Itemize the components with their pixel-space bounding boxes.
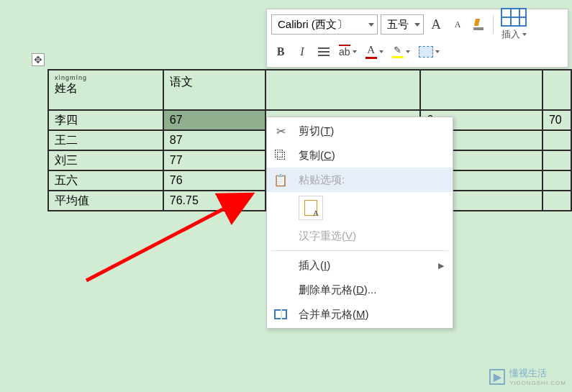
font-size-value: 五号	[387, 18, 409, 32]
menu-insert[interactable]: 插入(I) ▶	[267, 253, 453, 278]
cell[interactable]: 五六	[48, 170, 163, 191]
cell[interactable]	[543, 170, 571, 191]
insert-table-button[interactable]: 插入	[501, 8, 527, 41]
chevron-down-icon	[435, 50, 440, 53]
header-col-c[interactable]	[420, 70, 543, 110]
selection-button[interactable]	[416, 42, 442, 62]
move-icon: ✥	[34, 54, 42, 65]
strike-icon: ab	[339, 46, 350, 58]
grow-font-icon: A	[431, 17, 441, 32]
table-move-handle[interactable]: ✥	[32, 53, 45, 66]
watermark-logo-icon: ▶	[489, 369, 505, 385]
font-color-icon: A	[366, 45, 377, 59]
highlight-icon: ✎	[392, 45, 404, 58]
align-icon	[318, 47, 330, 56]
chevron-down-icon	[522, 33, 527, 36]
toolbar-row-2: B I ab A ✎	[271, 40, 563, 64]
header-col-a[interactable]: 语文	[163, 70, 265, 110]
menu-label: 合并单元格(M)	[299, 308, 444, 322]
scissors-icon: ✂	[273, 124, 289, 138]
shrink-font-button[interactable]: A	[448, 14, 467, 35]
paste-keep-text-button[interactable]	[299, 196, 323, 220]
cell[interactable]: 77	[163, 150, 265, 170]
chevron-down-icon	[414, 23, 420, 27]
cell[interactable]	[543, 130, 571, 150]
cell[interactable]: 王二	[48, 130, 163, 150]
font-name-dropdown[interactable]: Calibri (西文〕	[271, 14, 378, 35]
bold-button[interactable]: B	[271, 42, 290, 62]
cell[interactable]: 刘三	[48, 150, 163, 170]
mini-toolbar: Calibri (西文〕 五号 A A 插入 B I	[266, 9, 568, 68]
font-size-dropdown[interactable]: 五号	[381, 14, 424, 35]
cell[interactable]: 70	[543, 110, 571, 130]
shrink-font-icon: A	[455, 19, 461, 30]
submenu-arrow-icon: ▶	[438, 261, 444, 270]
cell[interactable]: 平均值	[48, 191, 163, 211]
cell[interactable]	[543, 150, 571, 170]
menu-label: 复制(C)	[299, 149, 444, 163]
cell-selected[interactable]: 67	[163, 110, 265, 130]
clipboard-icon: 📋	[273, 173, 289, 187]
font-name-value: Calibri (西文〕	[278, 18, 348, 32]
menu-label: 粘贴选项:	[299, 173, 444, 187]
header-name[interactable]: xìngmíng 姓名	[48, 70, 163, 110]
merge-cells-icon	[273, 309, 289, 319]
cell[interactable]: 76.75	[163, 191, 265, 211]
strikethrough-button[interactable]: ab	[336, 42, 360, 62]
context-menu: ✂ 剪切(T) ⿻ 复制(C) 📋 粘贴选项: 汉字重选(V) 插入(I) ▶ …	[266, 117, 453, 329]
menu-label: 剪切(T)	[299, 124, 444, 138]
menu-label: 插入(I)	[299, 259, 428, 273]
cell[interactable]: 李四	[48, 110, 163, 130]
header-col-d[interactable]	[543, 70, 571, 110]
selection-icon	[419, 46, 433, 58]
watermark: ▶ 懂视生活 YIDONGSHI.COM	[489, 367, 566, 386]
menu-copy[interactable]: ⿻ 复制(C)	[267, 143, 453, 168]
paintbrush-icon	[473, 19, 485, 30]
header-col-b[interactable]	[265, 70, 421, 110]
separator	[271, 250, 448, 251]
paste-options-row	[267, 192, 453, 224]
cell[interactable]: 76	[163, 170, 265, 191]
italic-button[interactable]: I	[293, 42, 312, 62]
chevron-down-icon	[368, 23, 374, 27]
chevron-down-icon	[379, 50, 383, 53]
copy-icon: ⿻	[273, 149, 289, 162]
grow-font-button[interactable]: A	[427, 14, 445, 35]
name-ruby: xìngmíng	[55, 75, 157, 81]
format-painter-button[interactable]	[470, 14, 489, 35]
menu-reconvert[interactable]: 汉字重选(V)	[267, 224, 453, 248]
menu-paste-options[interactable]: 📋 粘贴选项:	[267, 168, 453, 192]
menu-label: 删除单元格(D)...	[299, 283, 444, 297]
toolbar-row-1: Calibri (西文〕 五号 A A 插入	[271, 12, 563, 37]
divider	[493, 15, 494, 34]
menu-cut[interactable]: ✂ 剪切(T)	[267, 119, 453, 143]
cell[interactable]: 87	[163, 130, 265, 150]
watermark-text: 懂视生活 YIDONGSHI.COM	[509, 367, 566, 386]
menu-delete-cells[interactable]: 删除单元格(D)...	[267, 278, 453, 302]
menu-merge-cells[interactable]: 合并单元格(M)	[267, 302, 453, 327]
font-color-button[interactable]: A	[363, 42, 386, 62]
chevron-down-icon	[353, 50, 357, 53]
table-grid-icon	[501, 8, 527, 27]
table-header-row: xìngmíng 姓名 语文	[48, 70, 571, 110]
menu-label: 汉字重选(V)	[299, 229, 444, 243]
highlight-button[interactable]: ✎	[389, 42, 413, 62]
cell[interactable]	[543, 191, 571, 211]
align-button[interactable]	[314, 42, 333, 62]
chevron-down-icon	[406, 50, 410, 53]
